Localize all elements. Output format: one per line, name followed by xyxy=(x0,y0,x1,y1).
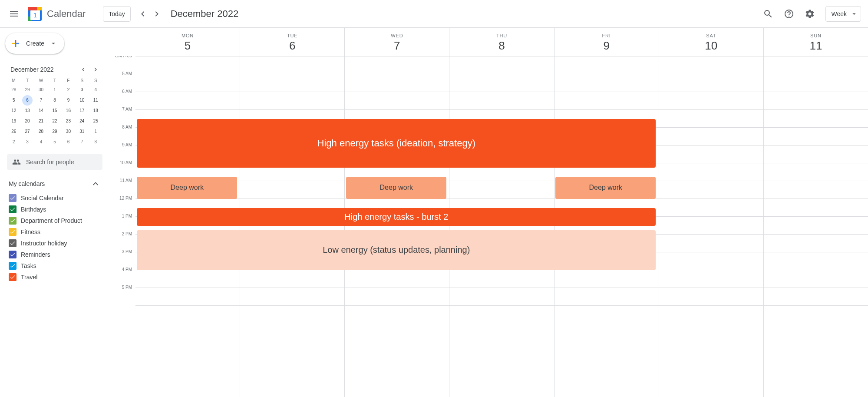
svg-text:1: 1 xyxy=(33,12,37,19)
calendar-checkbox[interactable] xyxy=(9,262,17,270)
mini-day-cell[interactable]: 10 xyxy=(75,95,89,106)
mini-day-cell[interactable]: 7 xyxy=(75,137,89,147)
mini-day-cell[interactable]: 18 xyxy=(89,106,102,116)
mini-day-cell[interactable]: 4 xyxy=(89,85,102,95)
time-label: 3 PM xyxy=(111,249,135,267)
prev-week-button[interactable] xyxy=(136,7,150,21)
create-button[interactable]: Create xyxy=(5,33,64,54)
mini-day-cell[interactable]: 30 xyxy=(34,85,48,95)
support-button[interactable] xyxy=(780,5,798,23)
search-people-input[interactable]: Search for people xyxy=(7,154,102,170)
calendar-checkbox[interactable] xyxy=(9,194,17,202)
day-header[interactable]: MON5 xyxy=(135,28,240,56)
my-calendars-toggle[interactable]: My calendars xyxy=(5,177,104,191)
calendar-checkbox[interactable] xyxy=(9,205,17,213)
day-header[interactable]: SUN11 xyxy=(763,28,868,56)
calendar-item[interactable]: Social Calendar xyxy=(5,192,104,204)
event[interactable]: High energy tasks - burst 2 xyxy=(137,208,656,226)
calendar-item[interactable]: Birthdays xyxy=(5,204,104,215)
mini-day-cell[interactable]: 2 xyxy=(62,85,75,95)
day-column[interactable] xyxy=(659,56,763,397)
dow-label: TUE xyxy=(240,33,344,38)
calendar-item[interactable]: Department of Product xyxy=(5,215,104,226)
grid-columns[interactable]: High energy tasks (ideation, strategy)De… xyxy=(135,56,868,397)
event[interactable]: Deep work xyxy=(346,177,446,199)
mini-day-cell[interactable]: 16 xyxy=(62,106,75,116)
settings-button[interactable] xyxy=(801,5,818,23)
calendar-logo-icon: 1 xyxy=(26,5,43,23)
calendar-checkbox[interactable] xyxy=(9,228,17,236)
day-header[interactable]: FRI9 xyxy=(554,28,659,56)
dow-label: MON xyxy=(135,33,240,38)
calendar-checkbox[interactable] xyxy=(9,217,17,225)
calendar-name: Travel xyxy=(21,274,37,281)
mini-day-cell[interactable]: 13 xyxy=(20,106,34,116)
mini-day-cell[interactable]: 22 xyxy=(48,116,61,126)
mini-day-cell[interactable]: 1 xyxy=(48,85,61,95)
event[interactable]: Deep work xyxy=(555,177,656,199)
event[interactable]: Low energy (status updates, planning) xyxy=(137,230,656,270)
calendar-checkbox[interactable] xyxy=(9,251,17,258)
mini-day-cell[interactable]: 26 xyxy=(7,126,20,137)
event[interactable]: High energy tasks (ideation, strategy) xyxy=(137,119,656,168)
mini-day-cell[interactable]: 25 xyxy=(89,116,102,126)
day-column[interactable] xyxy=(449,56,554,397)
day-column[interactable] xyxy=(344,56,449,397)
mini-day-cell[interactable]: 14 xyxy=(34,106,48,116)
mini-day-cell[interactable]: 17 xyxy=(75,106,89,116)
calendar-item[interactable]: Travel xyxy=(5,271,104,283)
mini-day-cell[interactable]: 8 xyxy=(48,95,61,106)
calendar-checkbox[interactable] xyxy=(9,273,17,281)
mini-day-cell[interactable]: 24 xyxy=(75,116,89,126)
day-header[interactable]: THU8 xyxy=(449,28,554,56)
next-week-button[interactable] xyxy=(150,7,164,21)
mini-day-cell[interactable]: 6 xyxy=(20,95,34,106)
mini-day-cell[interactable]: 12 xyxy=(7,106,20,116)
mini-day-cell[interactable]: 27 xyxy=(20,126,34,137)
mini-day-cell[interactable]: 3 xyxy=(75,85,89,95)
mini-day-cell[interactable]: 5 xyxy=(7,95,20,106)
day-header[interactable]: TUE6 xyxy=(240,28,344,56)
day-column[interactable] xyxy=(763,56,868,397)
today-button[interactable]: Today xyxy=(103,6,130,22)
mini-day-cell[interactable]: 2 xyxy=(7,137,20,147)
day-header[interactable]: SAT10 xyxy=(659,28,763,56)
mini-day-cell[interactable]: 8 xyxy=(89,137,102,147)
mini-day-cell[interactable]: 29 xyxy=(48,126,61,137)
day-column[interactable] xyxy=(135,56,240,397)
mini-day-cell[interactable]: 20 xyxy=(20,116,34,126)
day-column[interactable] xyxy=(240,56,344,397)
mini-day-cell[interactable]: 7 xyxy=(34,95,48,106)
calendar-item[interactable]: Reminders xyxy=(5,249,104,260)
mini-day-cell[interactable]: 23 xyxy=(62,116,75,126)
mini-next-button[interactable] xyxy=(90,64,101,75)
mini-day-cell[interactable]: 5 xyxy=(48,137,61,147)
mini-prev-button[interactable] xyxy=(78,64,89,75)
day-header[interactable]: WED7 xyxy=(344,28,449,56)
day-column[interactable] xyxy=(554,56,659,397)
mini-day-cell[interactable]: 9 xyxy=(62,95,75,106)
mini-day-cell[interactable]: 15 xyxy=(48,106,61,116)
mini-day-cell[interactable]: 3 xyxy=(20,137,34,147)
mini-day-cell[interactable]: 19 xyxy=(7,116,20,126)
mini-day-cell[interactable]: 6 xyxy=(62,137,75,147)
calendar-checkbox[interactable] xyxy=(9,239,17,247)
mini-day-cell[interactable]: 30 xyxy=(62,126,75,137)
event[interactable]: Deep work xyxy=(137,177,237,199)
main-menu-button[interactable] xyxy=(3,3,24,24)
calendar-item[interactable]: Tasks xyxy=(5,260,104,271)
calendar-item[interactable]: Fitness xyxy=(5,226,104,238)
view-selector[interactable]: Week xyxy=(825,6,861,22)
mini-day-cell[interactable]: 31 xyxy=(75,126,89,137)
mini-day-cell[interactable]: 29 xyxy=(20,85,34,95)
mini-dow-label: S xyxy=(75,76,89,85)
mini-day-cell[interactable]: 1 xyxy=(89,126,102,137)
mini-day-cell[interactable]: 28 xyxy=(7,85,20,95)
grid-body[interactable]: GMT+00 5 AM6 AM7 AM8 AM9 AM10 AM11 AM12 … xyxy=(111,56,868,397)
mini-day-cell[interactable]: 21 xyxy=(34,116,48,126)
search-button[interactable] xyxy=(759,5,777,23)
mini-day-cell[interactable]: 4 xyxy=(34,137,48,147)
calendar-item[interactable]: Instructor holiday xyxy=(5,238,104,249)
mini-day-cell[interactable]: 11 xyxy=(89,95,102,106)
mini-day-cell[interactable]: 28 xyxy=(34,126,48,137)
